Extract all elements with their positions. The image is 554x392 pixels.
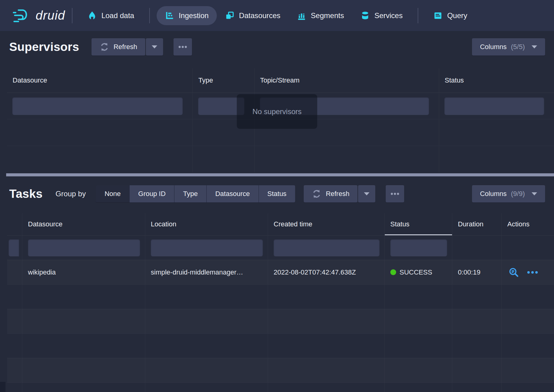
- empty-table-row: [7, 309, 554, 333]
- header-actions[interactable]: Actions: [502, 213, 554, 235]
- druid-logo-icon: [12, 8, 31, 23]
- group-by-label: Group by: [56, 190, 86, 198]
- empty-table-row: [7, 146, 554, 172]
- tasks-filter-row: [7, 235, 554, 260]
- status-badge: SUCCESS: [400, 268, 432, 276]
- query-editor-icon: [433, 11, 443, 20]
- view-task-detail-icon[interactable]: [509, 267, 519, 278]
- group-by-datasource-button[interactable]: Datasource: [207, 185, 259, 202]
- tasks-toolbar: Tasks Group by None Group ID Type Dataso…: [9, 184, 545, 203]
- nav-divider: [418, 8, 418, 23]
- refresh-label: Refresh: [114, 43, 137, 51]
- empty-table-row: [7, 333, 554, 358]
- header-status[interactable]: Status: [439, 68, 554, 93]
- header-created-time[interactable]: Created time: [268, 213, 385, 235]
- supervisors-toolbar: Supervisors Refresh: [9, 37, 545, 56]
- group-by-status-button[interactable]: Status: [259, 185, 295, 202]
- nav-divider: [149, 8, 150, 23]
- refresh-icon: [99, 42, 109, 52]
- header-collapsed-column[interactable]: [7, 213, 22, 235]
- chevron-down-icon: [532, 192, 537, 195]
- header-datasource[interactable]: Datasource: [7, 68, 193, 93]
- header-location[interactable]: Location: [145, 213, 268, 235]
- tasks-refresh-button[interactable]: Refresh: [304, 185, 357, 202]
- task-actions-menu-icon[interactable]: [527, 271, 538, 274]
- columns-count: (5/5): [511, 43, 525, 51]
- nav-item-services[interactable]: Services: [352, 6, 411, 25]
- layers-icon: [225, 11, 234, 20]
- supervisors-refresh-button[interactable]: Refresh: [92, 38, 145, 56]
- database-icon: [361, 11, 370, 20]
- nav-item-label: Query: [447, 11, 467, 20]
- nav-item-label: Services: [374, 11, 403, 20]
- supervisors-table: Datasource Type Topic/Stream Status No s…: [7, 68, 554, 172]
- filter-created-time-input[interactable]: [274, 239, 380, 256]
- nav-divider: [72, 8, 72, 23]
- tasks-table: Datasource Location Created time Status …: [7, 213, 554, 392]
- group-by-segmented-control: None Group ID Type Datasource Status: [96, 185, 295, 202]
- header-datasource[interactable]: Datasource: [22, 213, 145, 235]
- header-status-sorted[interactable]: Status: [385, 213, 452, 235]
- chevron-down-icon: [152, 45, 157, 48]
- nav-item-ingestion[interactable]: Ingestion: [157, 6, 217, 25]
- tasks-more-button[interactable]: [386, 185, 404, 202]
- tasks-title: Tasks: [9, 187, 43, 201]
- top-navbar: druid Load data Ingestion: [0, 0, 554, 31]
- empty-table-row: [7, 284, 554, 309]
- columns-count: (9/9): [511, 190, 525, 198]
- tasks-columns-button[interactable]: Columns (9/9): [472, 185, 545, 202]
- vertical-scrollbar-stub[interactable]: [0, 382, 6, 392]
- chevron-down-icon: [532, 45, 537, 48]
- task-status: SUCCESS: [385, 260, 452, 284]
- brand-wordmark: druid: [36, 8, 65, 23]
- task-duration: 0:00:19: [452, 260, 502, 284]
- refresh-icon: [312, 189, 322, 199]
- nav-item-label: Load data: [101, 11, 134, 20]
- nav-item-load-data[interactable]: Load data: [79, 6, 142, 25]
- group-by-group-id-button[interactable]: Group ID: [130, 185, 174, 202]
- nav-item-label: Datasources: [239, 11, 280, 20]
- group-by-none-button[interactable]: None: [96, 185, 129, 202]
- tasks-refresh-interval-caret[interactable]: [358, 185, 375, 202]
- nav-item-segments[interactable]: Segments: [289, 6, 352, 25]
- nav-item-query[interactable]: Query: [425, 6, 475, 25]
- sort-indicator: [385, 234, 452, 235]
- columns-label: Columns: [480, 190, 507, 198]
- supervisors-title: Supervisors: [9, 40, 79, 54]
- task-actions: [502, 260, 554, 284]
- gantt-chart-icon: [165, 11, 174, 20]
- more-icon: [390, 192, 400, 195]
- refresh-label: Refresh: [326, 190, 349, 198]
- empty-table-row: [7, 382, 554, 392]
- druid-logo[interactable]: druid: [12, 8, 65, 23]
- filter-datasource-input[interactable]: [28, 239, 140, 256]
- task-location: simple-druid-middlemanager…: [145, 260, 268, 284]
- supervisors-refresh-interval-caret[interactable]: [146, 38, 163, 56]
- task-created-time: 2022-08-02T07:42:47.638Z: [268, 260, 385, 284]
- task-datasource: wikipedia: [22, 260, 145, 284]
- header-status-label: Status: [390, 220, 409, 228]
- supervisors-columns-button[interactable]: Columns (5/5): [472, 38, 545, 56]
- task-row-wikipedia: wikipedia simple-druid-middlemanager… 20…: [7, 260, 554, 284]
- empty-table-row: [7, 358, 554, 382]
- nav-item-label: Segments: [311, 11, 344, 20]
- filter-task-id-input[interactable]: [9, 239, 19, 256]
- header-type[interactable]: Type: [193, 68, 255, 93]
- druid-console: druid Load data Ingestion: [0, 0, 554, 392]
- supervisors-more-button[interactable]: [174, 38, 192, 56]
- nav-item-label: Ingestion: [179, 11, 209, 20]
- filter-location-input[interactable]: [151, 239, 263, 256]
- nav-item-datasources[interactable]: Datasources: [217, 6, 289, 25]
- no-supervisors-message: No supervisors: [237, 94, 317, 129]
- success-status-dot: [390, 269, 396, 275]
- filter-status-input[interactable]: [390, 239, 447, 256]
- bar-chart-icon: [297, 11, 306, 20]
- more-icon: [178, 45, 187, 48]
- header-duration[interactable]: Duration: [452, 213, 502, 235]
- header-topic-stream[interactable]: Topic/Stream: [255, 68, 439, 93]
- filter-status-input[interactable]: [444, 97, 544, 115]
- supervisors-horizontal-scrollbar[interactable]: [6, 173, 554, 176]
- tasks-header-row: Datasource Location Created time Status …: [7, 213, 554, 235]
- filter-datasource-input[interactable]: [12, 97, 183, 115]
- group-by-type-button[interactable]: Type: [174, 185, 206, 202]
